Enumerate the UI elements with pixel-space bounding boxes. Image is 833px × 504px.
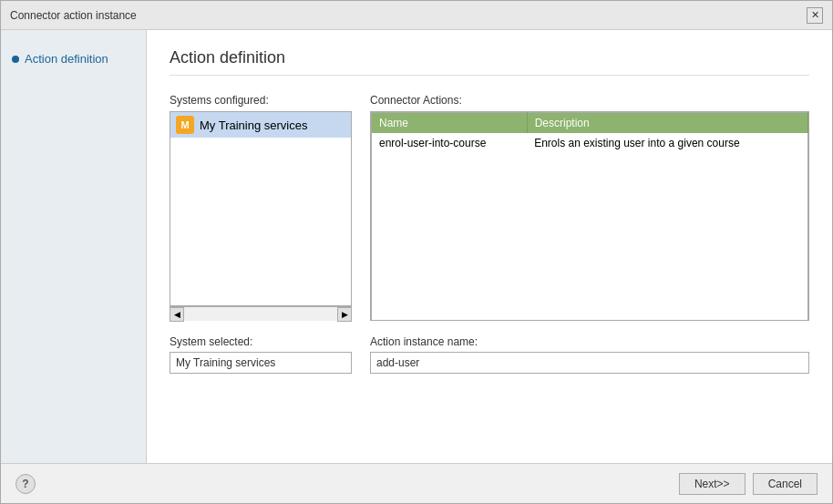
system-selected-group: System selected:: [170, 335, 352, 374]
section-title: Action definition: [170, 48, 809, 76]
scroll-left-arrow[interactable]: ◀: [170, 307, 184, 322]
bottom-fields: System selected: Action instance name:: [170, 335, 809, 374]
systems-configured-label: Systems configured:: [170, 94, 352, 107]
systems-horizontal-scroll: ◀ ▶: [170, 306, 352, 321]
two-col-layout: Systems configured: M My Training servic…: [170, 94, 809, 321]
system-selected-label: System selected:: [170, 335, 352, 348]
dialog-title: Connector action instance: [10, 9, 137, 22]
table-row[interactable]: enrol-user-into-course Enrols an existin…: [372, 133, 808, 321]
action-instance-name-group: Action instance name:: [370, 335, 809, 374]
scroll-track: [184, 307, 337, 321]
help-button[interactable]: ?: [15, 474, 36, 494]
row-name: enrol-user-into-course: [372, 133, 528, 321]
system-name: My Training services: [200, 118, 307, 132]
next-button[interactable]: Next>>: [679, 473, 746, 495]
connector-table-wrapper: Name Description enrol-user-into-course …: [370, 111, 809, 321]
connector-actions-col: Connector Actions: Name Description: [370, 94, 809, 321]
dialog-footer: ? Next>> Cancel: [1, 463, 832, 503]
sidebar-item-action-definition[interactable]: Action definition: [10, 48, 137, 69]
system-list-item[interactable]: M My Training services: [170, 112, 351, 138]
sidebar: Action definition: [1, 30, 147, 463]
title-bar: Connector action instance ✕: [1, 1, 832, 30]
systems-col: Systems configured: M My Training servic…: [170, 94, 352, 321]
sidebar-dot: [12, 56, 19, 63]
footer-left: ?: [15, 474, 36, 494]
dialog-container: Connector action instance ✕ Action defin…: [0, 0, 833, 504]
col-description-header: Description: [527, 113, 807, 134]
system-selected-input[interactable]: [170, 352, 352, 374]
main-content: Action definition Systems configured: M …: [147, 30, 832, 463]
footer-right: Next>> Cancel: [679, 473, 818, 495]
action-instance-name-label: Action instance name:: [370, 335, 809, 348]
systems-list[interactable]: M My Training services: [170, 111, 352, 306]
close-button[interactable]: ✕: [807, 7, 823, 24]
moodle-icon: M: [176, 116, 194, 134]
table-header-row: Name Description: [372, 113, 808, 134]
action-instance-name-input[interactable]: [370, 352, 809, 374]
connector-actions-label: Connector Actions:: [370, 94, 809, 107]
cancel-button[interactable]: Cancel: [753, 473, 818, 495]
sidebar-item-label: Action definition: [25, 52, 108, 66]
connector-table: Name Description enrol-user-into-course …: [371, 112, 808, 321]
dialog-body: Action definition Action definition Syst…: [1, 30, 832, 463]
scroll-right-arrow[interactable]: ▶: [337, 307, 352, 322]
row-description: Enrols an existing user into a given cou…: [527, 133, 807, 321]
col-name-header: Name: [372, 113, 528, 134]
